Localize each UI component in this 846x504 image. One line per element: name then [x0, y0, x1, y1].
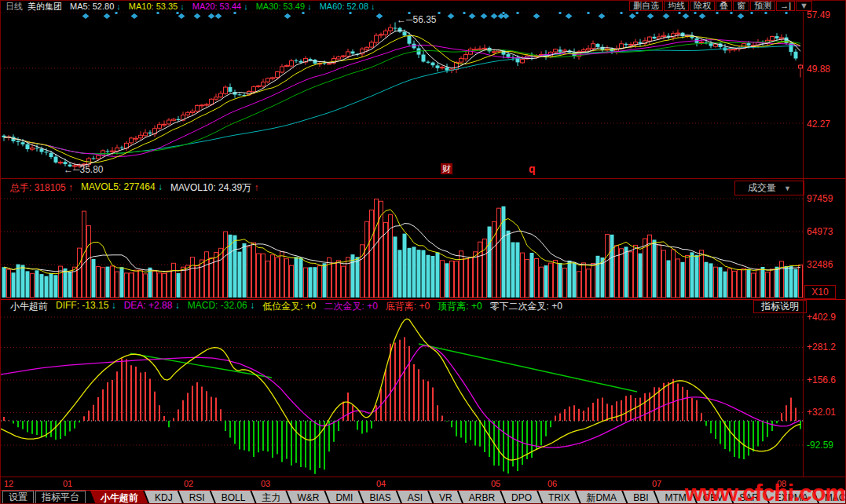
- trend-arrow-icon: ↓: [305, 2, 312, 11]
- chevron-down-icon[interactable]: ▼: [784, 184, 791, 192]
- month-label-12: 12: [4, 479, 13, 488]
- q-watermark: q: [529, 163, 536, 175]
- toolbar-button-删自选[interactable]: 删自选: [629, 1, 663, 11]
- month-label-06: 06: [548, 479, 557, 488]
- tab-BBI[interactable]: BBI: [623, 491, 658, 504]
- tab-主力[interactable]: 主力: [251, 491, 291, 504]
- tab-BIAS[interactable]: BIAS: [359, 491, 401, 504]
- tab-VR[interactable]: VR: [429, 491, 463, 504]
- indicator-values: 小牛超前DIFF: -13.15 ↓DEA: +2.88 ↓MACD: -32.…: [2, 300, 562, 313]
- trend-arrow-icon: ↓: [178, 2, 185, 11]
- volume-axis-label: 64973: [807, 226, 833, 237]
- indicator-help-label: 指标说明: [761, 300, 799, 313]
- bottom-button-设置[interactable]: 设置: [2, 491, 34, 504]
- cn-watermark-badge: 财: [441, 163, 452, 174]
- candlestick-chart[interactable]: [1, 12, 803, 178]
- toolbar-button-窗[interactable]: 窗: [733, 1, 749, 11]
- tab-BOLL[interactable]: BOLL: [211, 491, 256, 504]
- ma-value: MA5: 52.80 ↓: [70, 2, 121, 12]
- trend-arrow-icon: ↓: [368, 2, 375, 11]
- toolbar-button-预测[interactable]: 预测: [750, 1, 775, 11]
- indicator-value: 小牛超前: [10, 300, 48, 313]
- month-label-07: 07: [652, 479, 661, 488]
- ma-value: MA20: 53.44 ↓: [192, 2, 248, 12]
- indicator-help-button[interactable]: 指标说明: [753, 300, 807, 313]
- macd-chart[interactable]: [1, 312, 803, 477]
- indicator-value: MACD: -32.06 ↓: [188, 300, 255, 313]
- tab-新DMA[interactable]: 新DMA: [576, 491, 627, 504]
- month-label-02: 02: [184, 479, 193, 488]
- price-axis-label: 42.27: [807, 119, 830, 130]
- volume-selector-label: 成交量: [748, 181, 776, 195]
- trend-arrow-icon: ↓: [172, 300, 179, 311]
- ma-value: MA30: 53.49 ↓: [256, 2, 312, 12]
- trend-arrow-icon: ↑: [251, 182, 258, 193]
- macd-axis-label: +32.01: [807, 407, 836, 418]
- tab-DMI[interactable]: DMI: [325, 491, 363, 504]
- indicator-header: 小牛超前DIFF: -13.15 ↓DEA: +2.88 ↓MACD: -32.…: [1, 301, 803, 312]
- tab-W&R[interactable]: W&R: [287, 491, 329, 504]
- macd-axis-label: +402.9: [807, 312, 836, 323]
- trend-arrow-icon: ↑: [66, 182, 73, 193]
- volume-selector-dropdown[interactable]: 成交量 ▼: [734, 181, 804, 195]
- toolbar-next-icon[interactable]: →|: [776, 1, 795, 11]
- tab-DPO[interactable]: DPO: [501, 491, 542, 504]
- ma-value: MA10: 53.35 ↓: [129, 2, 185, 12]
- tab-RSI[interactable]: RSI: [179, 491, 215, 504]
- symbol-label: 美的集团: [27, 2, 62, 12]
- price-axis-label: 49.88: [807, 64, 830, 75]
- low-annotation: ←─35.80: [64, 164, 104, 175]
- high-annotation: ←─56.35: [397, 14, 437, 25]
- volume-value: MAVOL10: 24.39万 ↑: [170, 181, 259, 195]
- indicator-value: 顶背离: +0: [438, 300, 482, 313]
- chart-toolbar: 删自选均线除权叠窗预测→|▼: [628, 1, 812, 11]
- indicator-value: DEA: +2.88 ↓: [124, 300, 180, 313]
- month-label-04: 04: [376, 479, 386, 488]
- toolbar-button-除权[interactable]: 除权: [690, 1, 715, 11]
- indicator-value: 底背离: +0: [386, 300, 430, 313]
- volume-unit-label: X10: [811, 287, 828, 298]
- trend-arrow-icon: ↓: [241, 2, 248, 11]
- macd-axis-label: +281.2: [807, 341, 836, 352]
- ma-value: MA60: 52.08 ↓: [320, 2, 375, 12]
- trading-app-window: 日线 美的集团 MA5: 52.80 ↓MA10: 53.35 ↓MA20: 5…: [0, 0, 846, 504]
- volume-value: MAVOL5: 277464 ↓: [81, 181, 163, 195]
- macd-axis-label: -92.59: [807, 440, 833, 451]
- tab-ASI[interactable]: ASI: [397, 491, 433, 504]
- volume-values: 总手: 318105 ↑MAVOL5: 277464 ↓MAVOL10: 24.…: [2, 181, 258, 195]
- trend-arrow-icon: ↓: [156, 181, 163, 192]
- trend-arrow-icon: ↓: [108, 300, 115, 311]
- volume-axis-label: 32486: [807, 259, 833, 270]
- month-label-01: 01: [63, 479, 72, 488]
- trend-arrow-icon: ↓: [114, 2, 121, 11]
- panel-divider-1: [1, 178, 846, 179]
- site-watermark: www.cfchi.com: [685, 480, 845, 504]
- tab-KDJ[interactable]: KDJ: [145, 491, 183, 504]
- bottom-button-指标平台[interactable]: 指标平台: [35, 491, 86, 504]
- volume-value: 总手: 318105 ↑: [10, 181, 73, 195]
- toolbar-button-叠[interactable]: 叠: [716, 1, 732, 11]
- indicator-value: 二次金叉: +0: [324, 300, 378, 313]
- volume-axis-label: 97459: [807, 193, 833, 204]
- tab-ARBR[interactable]: ARBR: [459, 491, 505, 504]
- tab-TRIX[interactable]: TRIX: [538, 491, 580, 504]
- month-label-05: 05: [491, 479, 500, 488]
- macd-axis-label: +156.6: [807, 374, 836, 385]
- volume-chart[interactable]: [1, 195, 803, 299]
- ma-values: MA5: 52.80 ↓MA10: 53.35 ↓MA20: 53.44 ↓MA…: [62, 2, 375, 12]
- tab-小牛超前[interactable]: 小牛超前: [90, 491, 148, 504]
- volume-header: 总手: 318105 ↑MAVOL5: 277464 ↓MAVOL10: 24.…: [1, 180, 803, 195]
- toolbar-button-均线[interactable]: 均线: [664, 1, 689, 11]
- month-label-03: 03: [261, 479, 270, 488]
- price-axis-label: 57.49: [807, 9, 830, 20]
- volume-unit-box: X10: [804, 285, 836, 299]
- period-label[interactable]: 日线: [5, 2, 23, 12]
- indicator-value: 零下二次金叉: +0: [490, 300, 562, 313]
- indicator-value: 低位金叉: +0: [262, 300, 316, 313]
- axis-divider: [803, 12, 804, 477]
- trend-arrow-icon: ↓: [247, 300, 255, 311]
- indicator-value: DIFF: -13.15 ↓: [56, 300, 116, 313]
